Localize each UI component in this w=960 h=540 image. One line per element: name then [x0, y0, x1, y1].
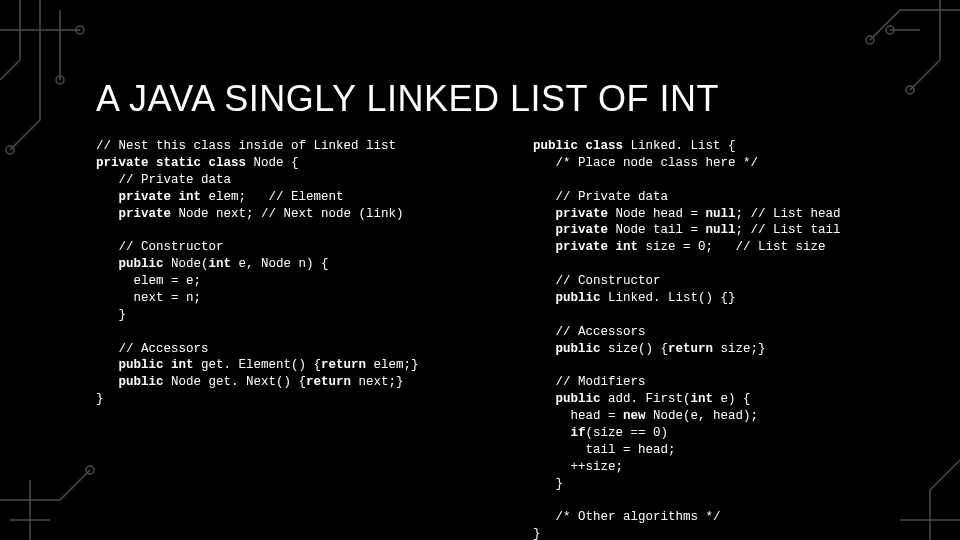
- svg-point-3: [866, 36, 874, 44]
- right-code-column: public class Linked. List { /* Place nod…: [533, 138, 930, 520]
- code-columns: // Nest this class inside of Linked list…: [96, 138, 930, 520]
- left-code-column: // Nest this class inside of Linked list…: [96, 138, 493, 520]
- slide-title: A JAVA SINGLY LINKED LIST OF INT: [96, 78, 719, 120]
- svg-point-6: [86, 466, 94, 474]
- svg-point-4: [906, 86, 914, 94]
- svg-point-5: [886, 26, 894, 34]
- svg-point-2: [56, 76, 64, 84]
- linkedlist-class-code: public class Linked. List { /* Place nod…: [533, 138, 930, 540]
- svg-point-1: [6, 146, 14, 154]
- node-class-code: // Nest this class inside of Linked list…: [96, 138, 493, 408]
- svg-point-0: [76, 26, 84, 34]
